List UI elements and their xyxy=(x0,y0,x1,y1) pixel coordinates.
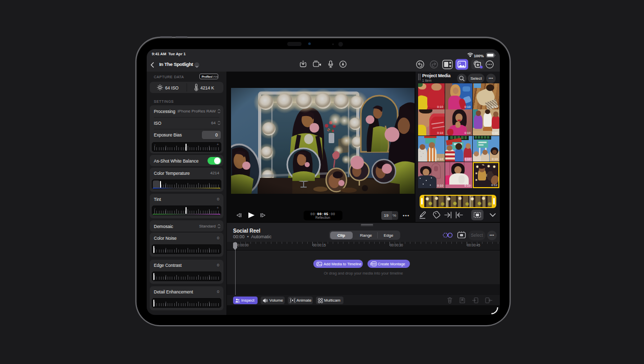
svg-text:100%: 100% xyxy=(474,53,484,58)
